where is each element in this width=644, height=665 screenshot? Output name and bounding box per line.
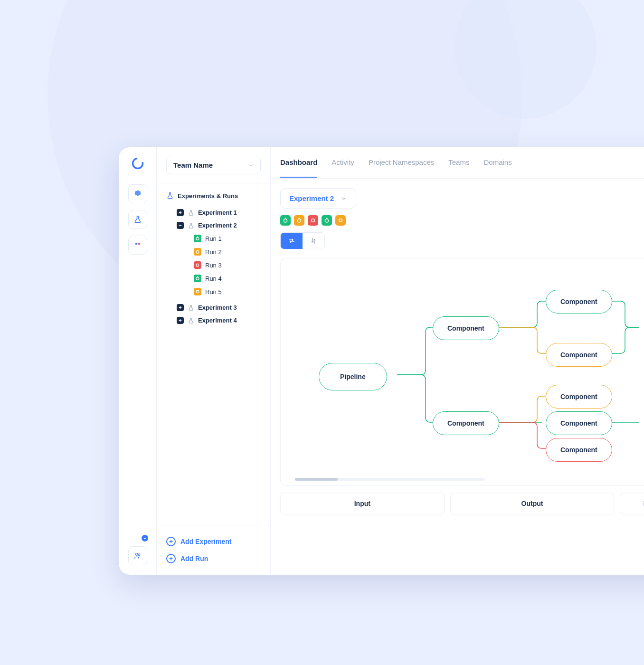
svg-point-3 xyxy=(135,553,138,556)
svg-point-8 xyxy=(196,277,199,280)
left-rail xyxy=(119,147,157,575)
expand-icon: + xyxy=(177,209,184,216)
chevron-down-icon xyxy=(341,195,347,202)
component-node[interactable]: Component xyxy=(546,385,612,408)
add-experiment-label: Add Experiment xyxy=(180,538,231,545)
experiment-label: Experiment 4 xyxy=(198,317,237,324)
svg-point-1 xyxy=(135,243,137,245)
tab-teams[interactable]: Teams xyxy=(448,148,469,178)
status-icon-green xyxy=(194,235,201,242)
experiment-label: Experiment 2 xyxy=(198,222,237,229)
component-node[interactable]: Component xyxy=(546,438,612,462)
pipeline-node[interactable]: Pipeline xyxy=(319,363,387,390)
component-node[interactable]: Component xyxy=(433,316,499,340)
tab-activity[interactable]: Activity xyxy=(331,148,354,178)
status-pill-orange[interactable] xyxy=(335,215,346,226)
rail-dots-icon[interactable] xyxy=(128,236,147,255)
collapse-icon: − xyxy=(177,222,184,229)
section-title-text: Experiments & Runs xyxy=(178,192,238,200)
status-pill-orange[interactable] xyxy=(294,215,304,226)
experiment-label: Experiment 1 xyxy=(198,209,237,216)
svg-rect-12 xyxy=(312,219,314,222)
component-node[interactable]: Component xyxy=(546,290,612,314)
status-icon-orange xyxy=(194,288,201,295)
run-item[interactable]: Run 1 xyxy=(194,232,261,245)
expand-icon: + xyxy=(177,304,184,311)
svg-point-4 xyxy=(138,554,140,556)
svg-rect-7 xyxy=(197,264,199,266)
run-label: Run 3 xyxy=(205,262,222,269)
status-icon-green xyxy=(194,275,201,282)
flask-icon xyxy=(166,192,174,200)
run-item[interactable]: Run 3 xyxy=(194,258,261,272)
run-item[interactable]: Run 5 xyxy=(194,285,261,298)
tab-input[interactable]: Input xyxy=(280,493,445,514)
team-select-label: Team Name xyxy=(173,161,213,169)
topbar: Dashboard Activity Project Namespaces Te… xyxy=(271,147,644,179)
svg-rect-9 xyxy=(197,291,199,293)
plus-circle-icon: + xyxy=(166,537,176,546)
view-horizontal-button[interactable] xyxy=(281,233,303,249)
add-run-button[interactable]: + Add Run xyxy=(166,550,261,567)
sidebar: Team Name Experiments & Runs + Experimen… xyxy=(157,147,271,575)
component-node[interactable]: Component xyxy=(546,343,612,367)
flask-icon xyxy=(188,222,194,229)
tab-namespaces[interactable]: Project Namespaces xyxy=(369,148,434,178)
status-icon-red xyxy=(194,261,201,269)
status-pill-red[interactable] xyxy=(308,215,318,226)
notification-badge[interactable] xyxy=(142,535,148,542)
add-experiment-button[interactable]: + Add Experiment xyxy=(166,533,261,550)
tab-output[interactable]: Output xyxy=(450,493,615,514)
experiment-select-label: Experiment 2 xyxy=(289,194,334,202)
run-label: Run 1 xyxy=(205,235,222,242)
experiment-item[interactable]: + Experiment 3 xyxy=(177,301,261,314)
plus-circle-icon: + xyxy=(166,554,176,563)
tab-log[interactable]: Log xyxy=(620,493,644,514)
flask-icon xyxy=(188,304,194,311)
app-logo xyxy=(131,157,144,170)
horizontal-scrollbar[interactable] xyxy=(295,478,485,481)
run-label: Run 5 xyxy=(205,288,222,295)
svg-point-0 xyxy=(133,159,142,169)
chevron-down-icon xyxy=(248,162,254,168)
svg-point-2 xyxy=(138,243,140,245)
status-pill-green[interactable] xyxy=(280,215,291,226)
tab-domains[interactable]: Domains xyxy=(483,148,511,178)
experiment-label: Experiment 3 xyxy=(198,304,237,311)
pipeline-diagram[interactable]: Pipeline Component Component Component C… xyxy=(280,258,644,486)
experiment-item[interactable]: + Experiment 1 xyxy=(177,206,261,219)
experiment-item[interactable]: + Experiment 4 xyxy=(177,314,261,327)
view-toggle xyxy=(280,232,325,249)
team-select[interactable]: Team Name xyxy=(166,156,261,174)
rail-kubernetes-icon[interactable] xyxy=(128,184,147,203)
expand-icon: + xyxy=(177,317,184,324)
run-label: Run 4 xyxy=(205,275,222,282)
flask-icon xyxy=(188,209,194,216)
experiment-item[interactable]: − Experiment 2 xyxy=(177,219,261,232)
experiment-select[interactable]: Experiment 2 xyxy=(280,188,356,209)
main-content: Dashboard Activity Project Namespaces Te… xyxy=(271,147,644,575)
component-node[interactable]: Component xyxy=(433,411,499,435)
run-item[interactable]: Run 4 xyxy=(194,272,261,285)
status-pills xyxy=(280,215,644,226)
svg-point-11 xyxy=(298,219,301,222)
svg-point-6 xyxy=(196,251,199,254)
run-label: Run 2 xyxy=(205,248,222,256)
app-window: Team Name Experiments & Runs + Experimen… xyxy=(119,147,644,575)
run-item[interactable]: Run 2 xyxy=(194,245,261,258)
svg-rect-14 xyxy=(339,219,342,222)
bottom-tabs: Input Output Log xyxy=(280,493,644,514)
experiments-section-title: Experiments & Runs xyxy=(166,192,261,200)
svg-point-10 xyxy=(284,219,287,222)
svg-point-5 xyxy=(196,238,199,240)
rail-flask-icon[interactable] xyxy=(128,210,147,229)
flask-icon xyxy=(188,317,194,324)
svg-point-13 xyxy=(325,219,329,222)
add-run-label: Add Run xyxy=(180,555,208,562)
status-pill-green[interactable] xyxy=(322,215,332,226)
view-vertical-button[interactable] xyxy=(303,233,324,249)
component-node[interactable]: Component xyxy=(546,411,612,435)
tab-dashboard[interactable]: Dashboard xyxy=(280,148,317,178)
rail-users-icon[interactable] xyxy=(128,546,147,565)
status-icon-orange xyxy=(194,248,201,256)
